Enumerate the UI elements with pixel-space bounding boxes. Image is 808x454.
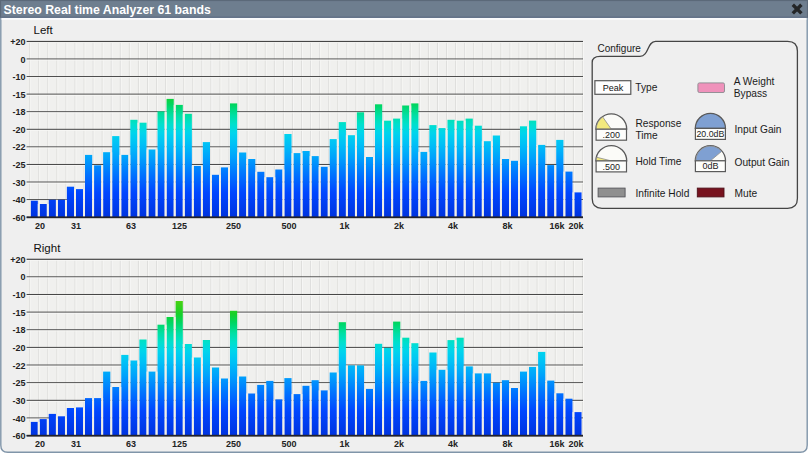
svg-text:-25: -25 xyxy=(12,378,25,388)
svg-text:-30: -30 xyxy=(12,396,25,406)
svg-text:+20: +20 xyxy=(10,255,25,265)
svg-text:0: 0 xyxy=(20,272,25,282)
svg-text:20k: 20k xyxy=(568,439,584,449)
svg-text:-40: -40 xyxy=(12,414,25,424)
svg-text:.500: .500 xyxy=(603,162,621,172)
svg-text:Time: Time xyxy=(636,130,659,141)
svg-text:Hold Time: Hold Time xyxy=(636,156,682,167)
svg-text:-18: -18 xyxy=(12,325,25,335)
svg-text:63: 63 xyxy=(126,439,136,449)
svg-text:-60: -60 xyxy=(12,213,25,223)
svg-text:20: 20 xyxy=(35,439,45,449)
svg-text:500: 500 xyxy=(281,221,296,231)
svg-text:A Weight: A Weight xyxy=(734,76,775,87)
svg-text:-15: -15 xyxy=(12,90,25,100)
svg-text:-10: -10 xyxy=(12,72,25,82)
svg-text:8k: 8k xyxy=(502,221,513,231)
svg-text:Type: Type xyxy=(635,82,657,93)
svg-text:-18: -18 xyxy=(12,107,25,117)
svg-text:Response: Response xyxy=(636,118,682,129)
svg-text:Bypass: Bypass xyxy=(734,88,767,99)
svg-text:Infinite Hold: Infinite Hold xyxy=(636,188,690,199)
svg-text:1k: 1k xyxy=(339,439,350,449)
svg-text:20k: 20k xyxy=(568,221,584,231)
svg-text:Input Gain: Input Gain xyxy=(735,124,782,135)
svg-text:2k: 2k xyxy=(394,439,405,449)
svg-text:250: 250 xyxy=(226,439,241,449)
svg-text:31: 31 xyxy=(71,221,81,231)
svg-text:+20: +20 xyxy=(10,37,25,47)
svg-text:Peak: Peak xyxy=(603,83,624,93)
svg-text:250: 250 xyxy=(226,221,241,231)
svg-text:20: 20 xyxy=(35,221,45,231)
svg-text:4k: 4k xyxy=(448,439,459,449)
svg-text:-30: -30 xyxy=(12,178,25,188)
svg-text:125: 125 xyxy=(172,439,187,449)
svg-text:-10: -10 xyxy=(12,290,25,300)
svg-text:16k: 16k xyxy=(549,221,565,231)
svg-text:125: 125 xyxy=(172,221,187,231)
svg-text:500: 500 xyxy=(281,439,296,449)
svg-text:-20: -20 xyxy=(12,343,25,353)
svg-text:-22: -22 xyxy=(12,142,25,152)
svg-text:63: 63 xyxy=(126,221,136,231)
svg-text:-15: -15 xyxy=(12,308,25,318)
svg-text:4k: 4k xyxy=(448,221,459,231)
svg-text:0dB: 0dB xyxy=(702,161,718,171)
svg-text:8k: 8k xyxy=(502,439,513,449)
svg-text:-60: -60 xyxy=(12,431,25,441)
svg-text:Output Gain: Output Gain xyxy=(735,157,790,168)
svg-text:16k: 16k xyxy=(549,439,565,449)
svg-text:-40: -40 xyxy=(12,195,25,205)
svg-text:.200: .200 xyxy=(603,130,621,140)
svg-text:1k: 1k xyxy=(339,221,350,231)
svg-text:Left: Left xyxy=(34,24,54,36)
svg-text:20.0dB: 20.0dB xyxy=(696,129,724,139)
svg-text:-22: -22 xyxy=(12,361,25,371)
svg-text:Right: Right xyxy=(34,242,62,254)
svg-text:-25: -25 xyxy=(12,160,25,170)
svg-text:0: 0 xyxy=(20,55,25,65)
svg-text:Stereo Real time Analyzer 61 b: Stereo Real time Analyzer 61 bands xyxy=(4,3,211,17)
svg-text:31: 31 xyxy=(71,439,81,449)
svg-text:Mute: Mute xyxy=(735,188,758,199)
svg-text:2k: 2k xyxy=(394,221,405,231)
svg-text:Configure: Configure xyxy=(598,43,642,54)
svg-text:-20: -20 xyxy=(12,125,25,135)
